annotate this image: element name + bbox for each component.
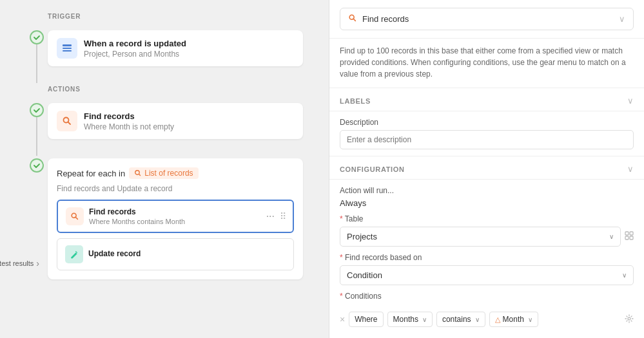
description-label: Description — [340, 118, 634, 127]
config-title: CONFIGURATION — [340, 165, 405, 173]
trigger-dot — [30, 30, 44, 44]
action-run-value: Always — [340, 198, 634, 208]
table-row: Table Projects ∨ — [340, 214, 634, 247]
inner-find-title: Find records — [89, 207, 285, 216]
connector-line — [36, 44, 37, 83]
svg-point-3 — [64, 118, 69, 123]
svg-rect-2 — [63, 50, 72, 52]
table-label: Table — [340, 214, 634, 223]
review-arrow-icon: › — [36, 258, 39, 268]
month-value-icon: △ — [495, 315, 500, 324]
find-based-select[interactable]: Condition ∨ — [340, 265, 634, 285]
find-based-label: Find records based on — [340, 253, 634, 262]
dropdown-chevron-icon[interactable]: ∨ — [619, 14, 625, 24]
table-value: Projects — [347, 232, 377, 241]
find-records-card[interactable]: Find records Where Month is not empty — [48, 103, 303, 139]
svg-rect-8 — [630, 232, 633, 235]
svg-rect-10 — [630, 236, 633, 239]
labels-section-content: Description — [329, 111, 644, 156]
action-type-header: Find records ∨ — [329, 0, 644, 39]
list-badge[interactable]: List of records — [129, 167, 198, 179]
action-type-select[interactable]: Find records ∨ — [340, 8, 634, 30]
month-value-chevron-icon: ∨ — [528, 316, 532, 323]
month-value-tag[interactable]: △ Month ∨ — [489, 312, 538, 327]
conditions-row-container: Conditions × Where Months ∨ contains ∨ — [340, 292, 634, 330]
inner-find-subtitle: Where Months contains Month — [89, 218, 285, 225]
trigger-label: TRIGGER — [48, 13, 81, 20]
svg-point-11 — [628, 317, 630, 320]
find-based-chevron-icon: ∨ — [622, 272, 627, 279]
where-tag: Where — [349, 312, 383, 327]
find-records-select-icon — [348, 14, 357, 24]
contains-label: contains — [442, 315, 471, 324]
drag-handle-icon[interactable]: ⠿ — [280, 211, 286, 221]
trigger-card[interactable]: When a record is updated Project, Person… — [48, 30, 303, 66]
contains-tag[interactable]: contains ∨ — [436, 312, 485, 327]
svg-point-5 — [72, 213, 76, 218]
config-section-content: Action will run... Always Table Projects… — [329, 180, 644, 338]
update-record-title: Update record — [88, 249, 141, 258]
labels-section-header: LABELS ∨ — [329, 88, 644, 111]
review-label-container: Review test results › — [0, 258, 39, 268]
connector-line-2 — [36, 117, 37, 156]
trigger-card-subtitle: Project, Person and Months — [84, 50, 186, 59]
find-based-row: Find records based on Condition ∨ — [340, 253, 634, 285]
svg-rect-7 — [625, 232, 629, 235]
actions-label: ACTIONS — [48, 86, 81, 93]
config-section-header: CONFIGURATION ∨ — [329, 156, 644, 180]
table-select[interactable]: Projects ∨ — [340, 227, 621, 247]
action-run-label: Action will run... — [340, 186, 634, 195]
more-options-icon[interactable]: ··· — [266, 211, 275, 222]
conditions-label: Conditions — [340, 292, 382, 301]
inner-find-icon — [66, 207, 84, 225]
right-panel: Find records ∨ Find up to 100 records in… — [329, 0, 644, 338]
config-collapse-icon[interactable]: ∨ — [627, 164, 634, 174]
table-grid-icon[interactable] — [625, 231, 634, 242]
description-input[interactable] — [340, 130, 634, 149]
svg-rect-0 — [63, 44, 72, 46]
trigger-icon — [57, 38, 77, 59]
find-based-value: Condition — [347, 270, 382, 280]
update-record-card[interactable]: Update record — [57, 238, 294, 270]
table-chevron-icon: ∨ — [609, 233, 614, 240]
inner-find-records-card[interactable]: Find records Where Months contains Month… — [57, 200, 294, 233]
repeat-prefix: Repeat for each in — [57, 169, 125, 178]
action-run-row: Action will run... Always — [340, 186, 634, 208]
find-records-select-label: Find records — [362, 14, 409, 24]
labels-collapse-icon[interactable]: ∨ — [627, 96, 634, 106]
list-badge-label: List of records — [144, 169, 193, 178]
left-panel: TRIGGER — [0, 0, 329, 338]
months-chevron-icon: ∨ — [422, 316, 427, 323]
repeat-subtitle: Find records and Update a record — [57, 184, 294, 193]
find-records-card-subtitle: Where Month is not empty — [84, 122, 174, 131]
repeat-dot — [30, 158, 44, 173]
svg-point-6 — [349, 15, 354, 19]
conditions-row: × Where Months ∨ contains ∨ △ — [340, 306, 634, 330]
condition-gear-icon[interactable] — [625, 314, 634, 325]
find-records-icon — [57, 111, 77, 131]
find-records-dot — [30, 103, 44, 117]
repeat-block: Repeat for each in List of records Find … — [48, 158, 303, 279]
labels-title: LABELS — [340, 97, 371, 105]
months-label: Months — [393, 315, 418, 324]
review-test-results: Review test results — [0, 259, 34, 267]
month-value-label: Month — [503, 315, 524, 324]
svg-rect-9 — [625, 236, 629, 239]
where-label: Where — [355, 315, 377, 324]
months-field-tag[interactable]: Months ∨ — [387, 312, 433, 327]
condition-remove-icon[interactable]: × — [340, 314, 345, 324]
svg-rect-1 — [63, 48, 72, 49]
search-icon-badge — [134, 169, 142, 177]
update-icon — [65, 245, 83, 263]
action-description: Find up to 100 records in this base that… — [329, 39, 644, 88]
trigger-card-title: When a record is updated — [84, 39, 186, 48]
contains-chevron-icon: ∨ — [475, 316, 480, 323]
find-records-card-title: Find records — [84, 111, 174, 121]
